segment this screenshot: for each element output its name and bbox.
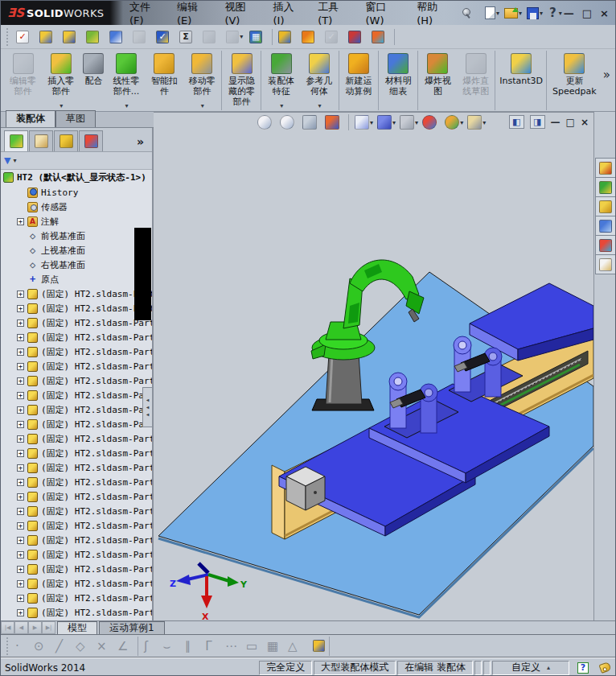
custom-properties-tab[interactable] [595,254,616,274]
expander-icon[interactable]: + [17,421,24,428]
expander-icon[interactable]: + [17,319,24,327]
tree-item[interactable]: + (固定) HT2.sldasm-Part-4< [1,330,152,344]
expander-icon[interactable]: + [17,551,24,559]
interference-detection-icon[interactable]: ▾ [199,29,223,45]
exploded-view-button[interactable]: 爆炸视图 ▾ [419,51,457,110]
hide-show-items-icon[interactable]: ▾ [399,114,419,130]
show-hidden-components-button[interactable]: 显示隐藏的零部件 ▾ [223,51,261,110]
menu-item[interactable]: 视图(V) [216,1,265,25]
tree-item[interactable]: + 原点 [1,272,152,286]
tree-item[interactable]: + (固定) HT2.sldasm-Part-15 [1,489,152,504]
expander-icon[interactable]: + [17,435,24,443]
expander-icon[interactable]: + [17,537,24,544]
move-component-button[interactable]: 移动零部件 ▾ [183,51,222,110]
tree-item[interactable]: + (固定) HT2.sldasm-Part-18 [1,533,152,547]
appearances-scenes-tab[interactable] [595,235,616,255]
tag-icon[interactable] [599,662,612,674]
new-document-button[interactable]: ▾ [483,5,501,21]
last-tab-button[interactable]: ▶| [42,621,55,634]
expander-icon[interactable]: + [17,493,24,501]
restore-button[interactable]: □ [582,7,592,19]
tree-item[interactable]: + (固定) HT2.sldasm-Part-23 [1,605,152,620]
assembly-visualization-icon[interactable]: ▾ [275,29,298,45]
expander-icon[interactable]: + [17,566,24,573]
expander-icon[interactable]: + [17,508,24,515]
doc-minimize-button[interactable]: — [551,117,561,128]
tree-item[interactable]: + (固定) HT2.sldasm-Part-21 [1,576,152,591]
file-explorer-tab[interactable] [595,196,616,216]
bill-of-materials-button[interactable]: 材料明细表 ▾ [380,51,418,110]
spell-check-icon[interactable]: ✓ ▾ [13,29,36,45]
filter-funnel-icon[interactable]: ▼ [4,155,10,166]
expander-icon[interactable]: + [17,450,24,457]
grid-icon[interactable]: ▦ [267,637,288,656]
apply-scene-icon[interactable]: ▾ [444,114,464,130]
linear-component-pattern-button[interactable]: 线性零部件... ▾ [107,51,145,110]
section-view-icon[interactable]: ▾ [324,114,349,130]
prev-tab-button[interactable]: ◀ [14,621,28,634]
view-palette-tab[interactable] [595,216,616,236]
status-help-icon[interactable]: ? [577,662,589,674]
expander-icon[interactable]: + [17,522,24,530]
featuremanager-tab[interactable] [4,130,28,151]
tree-item[interactable]: + (固定) HT2.sldasm-Part-13 [1,460,152,475]
tree-item[interactable]: + (固定) HT2.sldasm-Part-16 [1,504,152,518]
expander-icon[interactable]: + [17,305,24,312]
arc-tool-icon[interactable]: ⌣ [162,637,183,656]
pin-icon[interactable] [461,7,472,19]
design-table-icon[interactable]: ▦ ▾ [246,29,273,45]
doc-restore-button[interactable]: □ [566,117,575,128]
statistics-icon[interactable]: ▾ [129,29,153,45]
tree-item[interactable]: + (固定) HT2.sldasm-Part-20 [1,562,152,576]
expander-icon[interactable]: + [17,479,24,486]
design-checker-icon[interactable]: ✓ ▾ [153,29,176,45]
previous-view-icon[interactable]: ▾ [302,114,322,130]
tree-item[interactable]: + (固定) HT2.sldasm-Part-5< [1,344,152,359]
new-motion-study-button[interactable]: 新建运动算例 ▾ [340,51,379,110]
menu-item[interactable]: 帮助(H) [409,1,458,25]
minimize-button[interactable]: — [564,7,574,19]
expander-icon[interactable]: + [17,218,24,225]
expander-icon[interactable]: + [17,334,24,341]
circle-tool-icon[interactable]: ⊙ [34,637,55,656]
doc-close-button[interactable]: × [581,117,589,128]
edit-component-button[interactable]: 编辑零部件 ▾ [4,51,42,110]
expander-icon[interactable]: + [17,464,24,472]
pane-left-button[interactable]: ◧ [509,115,524,129]
tree-item[interactable]: + (固定) HT2.sldasm-Part-10 [1,417,152,431]
slot-tool-icon[interactable]: ▭ [246,637,267,656]
insert-components-button[interactable]: 插入零部件 ▾ [42,51,80,110]
pane-right-button[interactable]: ◨ [530,115,545,129]
toolbar-grip[interactable] [5,28,10,46]
ribbon-overflow-chevron[interactable]: » [602,68,616,93]
parallel-relation-icon[interactable]: ∥ [183,637,204,656]
reference-geometry-button[interactable]: 参考几何体 ▾ [300,51,339,110]
tree-root-item[interactable]: HT2 (默认<默认_显示状态-1>) [1,170,152,185]
displaymanager-tab[interactable] [79,130,103,151]
expander-icon[interactable]: + [17,406,24,414]
design-library-tab[interactable] [595,177,616,197]
panel-splitter-handle[interactable]: ◀◀◀ [142,387,152,427]
instant3d-button[interactable]: Instant3D ▾ [496,51,547,110]
tree-item[interactable]: + 上视基准面 [1,243,152,258]
offset-entities-icon[interactable]: △ [288,637,309,656]
verification-icon[interactable]: ✓ ▾ [322,29,345,45]
first-tab-button[interactable]: |◀ [1,621,14,634]
performance-evaluation-icon[interactable]: ▾ [106,29,129,45]
measure-tool-icon[interactable] [309,637,330,656]
trim-entities-icon[interactable]: × [97,637,117,656]
display-style-icon[interactable]: ▾ [376,114,396,130]
3d-scene[interactable]: Z Y X [154,113,593,621]
tree-item[interactable]: + 传感器 [1,200,152,214]
mate-button[interactable]: 配合 ▾ [80,51,107,110]
deviation-analysis-icon[interactable]: ▾ [223,29,246,45]
section-properties-icon[interactable]: ▾ [83,29,106,45]
tree-item[interactable]: + (固定) HT2.sldasm-Part-1< [1,286,152,301]
costing-icon[interactable]: ▾ [368,29,395,45]
expander-icon[interactable]: + [17,609,24,616]
save-button[interactable]: ▾ [525,6,544,21]
tree-item[interactable]: + (固定) HT2.sldasm-Part-8< [1,388,152,402]
tree-item[interactable]: + (固定) HT2.sldasm-Part-17 [1,518,152,533]
expander-icon[interactable]: + [17,392,24,399]
help-button[interactable]: ?▾ [546,4,564,22]
